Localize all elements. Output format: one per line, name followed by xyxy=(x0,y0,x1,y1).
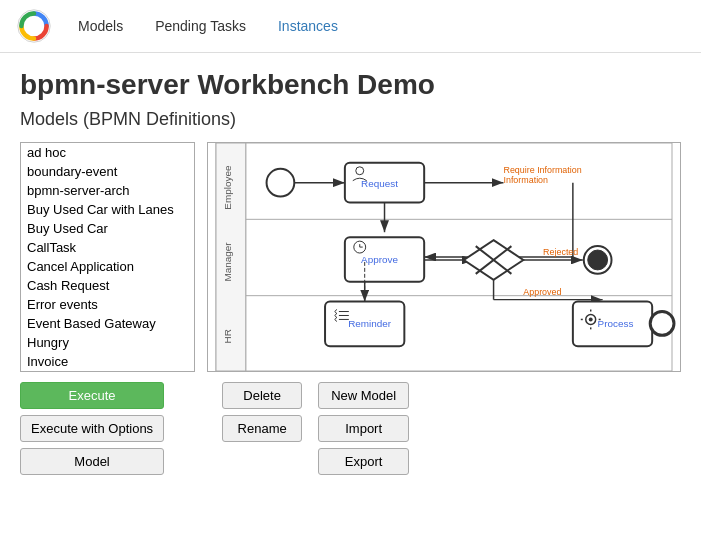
nav-pending-tasks[interactable]: Pending Tasks xyxy=(149,14,252,38)
page-title: bpmn-server Workbench Demo xyxy=(20,69,681,101)
svg-text:Employee: Employee xyxy=(222,165,233,210)
execute-options-button[interactable]: Execute with Options xyxy=(20,415,164,442)
list-item[interactable]: Error events xyxy=(21,295,194,314)
list-item[interactable]: Event Based Gateway xyxy=(21,314,194,333)
rename-button[interactable]: Rename xyxy=(222,415,302,442)
list-panel: ad hocboundary-eventbpmn-server-archBuy … xyxy=(20,142,195,372)
content-row: ad hocboundary-eventbpmn-server-archBuy … xyxy=(20,142,681,372)
svg-text:Approved: Approved xyxy=(523,287,561,297)
model-button[interactable]: Model xyxy=(20,448,164,475)
list-item[interactable]: Cancel Application xyxy=(21,257,194,276)
main-content: bpmn-server Workbench Demo Models (BPMN … xyxy=(0,53,701,491)
import-button[interactable]: Import xyxy=(318,415,409,442)
left-buttons: Execute Execute with Options Model xyxy=(20,382,164,475)
svg-text:Reminder: Reminder xyxy=(348,318,392,329)
svg-text:HR: HR xyxy=(222,329,233,343)
diagram-panel: Employee Manager HR Request Require Info… xyxy=(207,142,681,372)
svg-text:Require
Information: Require Information xyxy=(503,165,581,175)
export-button[interactable]: Export xyxy=(318,448,409,475)
svg-text:Manager: Manager xyxy=(222,242,233,282)
list-item[interactable]: Invoice xyxy=(21,352,194,371)
list-item[interactable]: Buy Used Car xyxy=(21,219,194,238)
buttons-row: Execute Execute with Options Model Delet… xyxy=(20,382,681,475)
header: Models Pending Tasks Instances xyxy=(0,0,701,53)
model-list[interactable]: ad hocboundary-eventbpmn-server-archBuy … xyxy=(20,142,195,372)
list-item[interactable]: Buy Used Car with Lanes xyxy=(21,200,194,219)
list-item[interactable]: bpmn-server-arch xyxy=(21,181,194,200)
list-item[interactable]: Cash Request xyxy=(21,276,194,295)
section-title: Models (BPMN Definitions) xyxy=(20,109,681,130)
middle-buttons: Delete Rename xyxy=(222,382,302,475)
new-model-button[interactable]: New Model xyxy=(318,382,409,409)
svg-text:Rejected: Rejected xyxy=(543,247,578,257)
svg-point-44 xyxy=(589,317,593,321)
svg-point-9 xyxy=(267,169,295,197)
list-item[interactable]: ad hoc xyxy=(21,143,194,162)
list-item[interactable]: boundary-event xyxy=(21,162,194,181)
nav-models[interactable]: Models xyxy=(72,14,129,38)
app-logo xyxy=(16,8,52,44)
right-buttons: New Model Import Export xyxy=(318,382,409,475)
svg-point-32 xyxy=(588,250,608,270)
list-item[interactable]: CallTask xyxy=(21,238,194,257)
list-item[interactable]: Leave Application xyxy=(21,371,194,372)
svg-text:Approve: Approve xyxy=(361,254,398,265)
nav-instances[interactable]: Instances xyxy=(272,14,344,38)
svg-point-52 xyxy=(650,312,674,336)
delete-button[interactable]: Delete xyxy=(222,382,302,409)
bpmn-diagram: Employee Manager HR Request Require Info… xyxy=(208,143,680,371)
svg-text:Information: Information xyxy=(503,175,548,185)
svg-text:Request: Request xyxy=(361,178,398,189)
svg-text:Process: Process xyxy=(598,318,634,329)
list-item[interactable]: Hungry xyxy=(21,333,194,352)
execute-button[interactable]: Execute xyxy=(20,382,164,409)
